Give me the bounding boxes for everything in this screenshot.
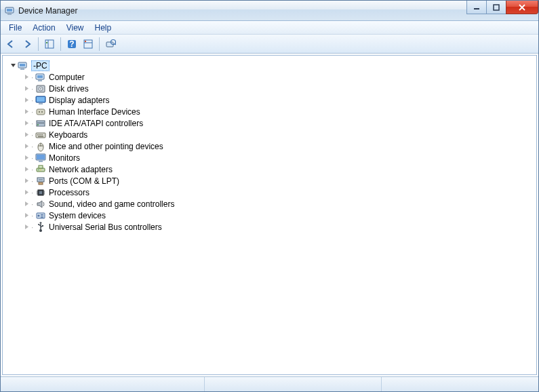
svg-rect-17: [20, 64, 25, 66]
sound-icon: [35, 199, 46, 210]
svg-point-48: [38, 169, 39, 170]
tree-item[interactable]: ·System devices: [20, 210, 536, 221]
svg-rect-7: [46, 42, 47, 43]
svg-rect-36: [37, 134, 39, 136]
menubar: File Action View Help: [1, 21, 538, 35]
window-controls: [467, 1, 538, 14]
expand-arrow-icon[interactable]: [23, 120, 30, 127]
minimize-button[interactable]: [466, 1, 487, 14]
menu-view[interactable]: View: [61, 22, 89, 34]
svg-point-30: [41, 111, 43, 113]
device-manager-window: Device Manager File Action View Help: [0, 0, 539, 392]
expand-arrow-icon[interactable]: [23, 74, 30, 81]
device-tree-pane[interactable]: -PC ·Computer·Disk drives·Display adapte…: [2, 55, 537, 375]
expand-arrow-icon[interactable]: [9, 62, 16, 69]
tree-item[interactable]: ·Computer: [20, 71, 536, 83]
network-icon: [35, 164, 46, 175]
expand-arrow-icon[interactable]: [23, 109, 30, 115]
svg-rect-44: [37, 155, 45, 159]
expand-arrow-icon[interactable]: [23, 178, 30, 184]
svg-rect-38: [41, 134, 43, 136]
keyboard-icon: [35, 130, 46, 140]
menu-help[interactable]: Help: [89, 22, 117, 34]
monitor-icon: [35, 153, 46, 163]
tree-item[interactable]: ·Display adapters: [20, 94, 536, 106]
computer-root-icon: [18, 60, 28, 71]
ports-icon: [35, 176, 46, 187]
svg-rect-28: [37, 109, 45, 115]
svg-rect-12: [85, 41, 86, 42]
svg-point-64: [38, 214, 40, 216]
svg-point-52: [40, 179, 41, 180]
tree-item[interactable]: ·Disk drives: [20, 83, 536, 94]
show-hide-tree-button[interactable]: [42, 37, 57, 52]
close-button[interactable]: [506, 1, 538, 14]
svg-rect-2: [7, 14, 12, 15]
expand-arrow-icon[interactable]: [23, 224, 30, 231]
tree-item[interactable]: ·Sound, video and game controllers: [20, 198, 536, 210]
expand-arrow-icon[interactable]: [23, 189, 30, 196]
expand-arrow-icon[interactable]: [23, 201, 30, 208]
disk-icon: [35, 83, 46, 94]
window-title: Device Manager: [18, 6, 77, 16]
menu-file[interactable]: File: [3, 22, 27, 34]
forward-button[interactable]: [20, 37, 35, 52]
help-button[interactable]: ?: [64, 37, 79, 52]
tree-item-label: Network adapters: [49, 165, 113, 174]
tree-item-label: Universal Serial Bus controllers: [49, 222, 162, 232]
properties-button[interactable]: [81, 37, 96, 52]
tree-item[interactable]: ·Ports (COM & LPT): [20, 175, 536, 187]
tree-item-label: Mice and other pointing devices: [49, 142, 163, 151]
svg-rect-39: [38, 136, 43, 137]
tree-item-label: Display adapters: [49, 96, 109, 105]
svg-rect-26: [37, 97, 45, 102]
svg-rect-54: [39, 182, 43, 184]
expand-arrow-icon[interactable]: [23, 166, 30, 173]
maximize-button[interactable]: [486, 1, 506, 14]
processor-icon: [35, 187, 46, 198]
tree-root[interactable]: -PC: [7, 60, 536, 71]
statusbar-separator: [204, 377, 205, 391]
display-icon: [35, 95, 46, 106]
system-icon: [35, 210, 46, 221]
svg-rect-33: [37, 123, 44, 124]
svg-rect-32: [37, 122, 44, 123]
tree-item[interactable]: ·Universal Serial Bus controllers: [20, 221, 536, 233]
tree-item-label: Human Interface Devices: [49, 107, 140, 117]
tree-item-label: Keyboards: [49, 130, 87, 140]
statusbar-separator: [381, 377, 382, 391]
expand-arrow-icon[interactable]: [23, 97, 30, 104]
expand-arrow-icon[interactable]: [23, 155, 30, 161]
tree-item[interactable]: ·IDE ATA/ATAPI controllers: [20, 117, 536, 129]
svg-point-49: [40, 169, 41, 170]
expand-arrow-icon[interactable]: [23, 132, 30, 138]
svg-rect-21: [38, 80, 42, 81]
svg-rect-71: [42, 225, 43, 227]
svg-point-53: [41, 179, 43, 180]
expand-arrow-icon[interactable]: [23, 143, 30, 150]
tree-item-label: Ports (COM & LPT): [49, 176, 119, 186]
svg-point-29: [39, 111, 40, 113]
svg-text:?: ?: [69, 39, 74, 49]
scan-hardware-button[interactable]: [103, 37, 118, 52]
tree-item[interactable]: ·Mice and other pointing devices: [20, 140, 536, 152]
tree-item[interactable]: ·Keyboards: [20, 129, 536, 140]
expand-arrow-icon[interactable]: [23, 85, 30, 92]
svg-point-34: [37, 124, 39, 125]
back-button[interactable]: [3, 37, 18, 52]
svg-rect-37: [39, 134, 41, 136]
menu-action[interactable]: Action: [27, 22, 60, 34]
tree-item-label: Processors: [49, 188, 89, 197]
svg-rect-65: [41, 214, 43, 215]
tree-item[interactable]: ·Monitors: [20, 152, 536, 163]
svg-line-15: [115, 43, 116, 45]
usb-icon: [35, 222, 46, 233]
toolbar-separator: [38, 37, 39, 51]
tree-item[interactable]: ·Processors: [20, 187, 536, 198]
device-tree: -PC ·Computer·Disk drives·Display adapte…: [3, 57, 536, 235]
tree-item[interactable]: ·Network adapters: [20, 163, 536, 175]
ide-icon: [35, 118, 46, 129]
tree-item[interactable]: ·Human Interface Devices: [20, 106, 536, 117]
svg-rect-27: [39, 103, 43, 104]
expand-arrow-icon[interactable]: [23, 212, 30, 219]
